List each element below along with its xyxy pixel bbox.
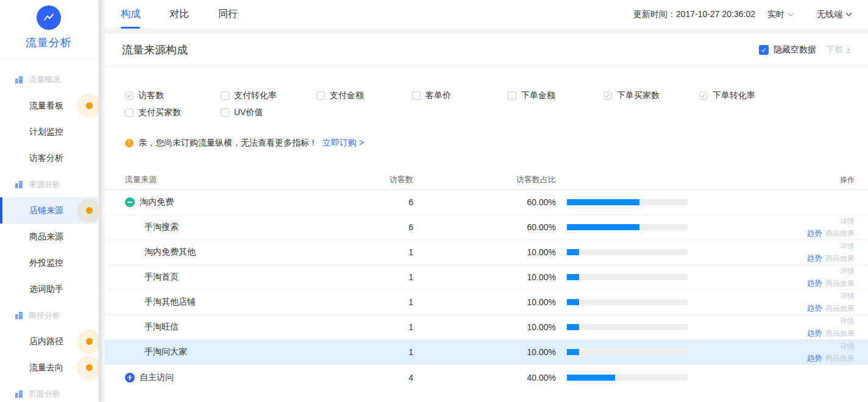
percent-bar [567,375,688,381]
content-panel: 流量来源构成 ✓ 隐藏空数据 下载 ✓访客数 ✓支付转化率 ✓支付金额 ✓客单价… [105,34,868,402]
sidebar-section-label: 流量概况 [29,74,60,85]
notification-badge [77,330,101,354]
checkbox[interactable]: ✓ [125,108,133,117]
visitors-cell: 1 [308,297,413,307]
checkbox[interactable]: ✓ [316,91,325,100]
checkbox[interactable]: ✓ [221,108,229,117]
sidebar-item-label: 选词助手 [29,284,63,295]
detail-link-disabled: 详情 [840,217,855,225]
metric-label: 支付金额 [330,90,364,101]
bar-track [567,274,688,280]
orange-dot-icon [86,338,93,345]
hide-empty-checkbox[interactable]: ✓ [759,45,769,55]
orange-dot-icon [86,207,93,214]
actions-cell: 详情趋势商品效果 [688,340,855,364]
update-time: 更新时间：2017-10-27 20:36:02 [633,9,755,20]
sidebar-item-shop-source[interactable]: 店铺来源 [0,197,98,224]
metric-uv-value: ✓UV价值 [221,107,316,118]
trend-link[interactable]: 趋势 [807,329,822,337]
metric-selector: ✓访客数 ✓支付转化率 ✓支付金额 ✓客单价 ✓下单金额 ✓下单买家数 ✓下单转… [105,67,868,118]
trend-link[interactable]: 趋势 [807,354,822,362]
bar-track [567,375,688,381]
percent-bar [567,349,688,355]
download-icon [845,46,852,54]
table-row: 淘内免费 6 60.00% [105,190,868,215]
notification-badge [77,94,101,118]
sidebar-item-external-monitor[interactable]: 外投监控 [0,250,98,276]
download-label: 下载 [826,44,843,55]
percent-cell: 10.00% [413,272,556,282]
page-title: 流量来源构成 [122,43,188,57]
notification-badge [77,199,101,223]
product-effect-link-disabled: 商品效果 [825,354,855,362]
hide-empty-label: 隐藏空数据 [774,44,816,55]
metric-row-1: ✓访客数 ✓支付转化率 ✓支付金额 ✓客单价 ✓下单金额 ✓下单买家数 ✓下单转… [125,90,868,101]
sidebar-section-traffic-overview: 流量概况 [0,66,98,93]
sidebar-menu: 流量概况 流量看板 计划监控 访客分析 来源分析 店铺来源 商品来源 外投监控 … [0,59,98,402]
trend-link[interactable]: 趋势 [807,304,822,312]
actions-cell: 详情趋势商品效果 [688,315,855,339]
table-row: 手淘首页 1 10.00% 详情趋势商品效果 [105,265,868,290]
detail-link-disabled: 详情 [840,317,855,325]
table-row: 手淘搜索 6 60.00% 详情趋势商品效果 [105,215,868,240]
metric-order-buyers: ✓下单买家数 [603,90,699,101]
warning-icon: ! [125,139,133,147]
bar-fill [567,249,579,255]
sidebar-item-label: 商品来源 [29,231,63,242]
percent-bar [567,224,688,230]
sidebar-item-plan-monitor[interactable]: 计划监控 [0,119,98,145]
sidebar-item-instore-path[interactable]: 店内路径 [0,328,98,354]
sidebar-scrollbar[interactable] [99,0,102,402]
percent-bar [567,299,688,305]
building-icon [15,76,23,84]
source-cell: 手淘搜索 [125,222,308,233]
percent-bar [567,199,688,205]
device-dropdown[interactable]: 无线端 [817,9,852,20]
notification-badge [77,356,101,380]
detail-link-disabled: 详情 [840,342,855,350]
checkbox[interactable]: ✓ [412,91,421,100]
source-name: 淘内免费 [140,197,174,208]
table-row-highlighted: 手淘问大家 1 10.00% 详情趋势商品效果 [105,340,868,365]
actions-cell: 详情趋势商品效果 [688,240,855,264]
product-effect-link-disabled: 商品效果 [825,304,855,312]
traffic-source-table: 流量来源 访客数 访客数占比 操作 淘内免费 6 60.00% 手淘搜索 6 6… [105,169,868,390]
sidebar-item-traffic-board[interactable]: 流量看板 [0,93,98,119]
sidebar-item-visitor-analysis[interactable]: 访客分析 [0,145,98,171]
expand-icon[interactable] [125,373,135,383]
bar-fill [567,349,579,355]
sidebar-section-source-analysis: 来源分析 [0,171,98,197]
metric-label: 支付转化率 [234,90,277,101]
bar-track [567,199,688,205]
visitors-cell: 6 [308,197,413,207]
source-cell: 手淘首页 [125,272,308,283]
metric-label: 客单价 [425,90,451,101]
bar-fill [567,324,579,330]
tab-peers[interactable]: 同行 [218,0,238,29]
percent-bar [567,324,688,330]
subscribe-link[interactable]: 立即订购 > [322,138,364,149]
building-icon [15,390,23,398]
subscription-notice: ! 亲，您尚未订购流量纵横，无法查看更多指标！ 立即订购 > [125,138,868,149]
metric-row-2: ✓支付买家数 ✓UV价值 [125,107,868,118]
trend-link[interactable]: 趋势 [807,279,822,287]
checkbox[interactable]: ✓ [508,91,516,100]
checkbox[interactable]: ✓ [221,91,229,100]
tab-compare[interactable]: 对比 [169,0,189,29]
sidebar-item-keyword-helper[interactable]: 选词助手 [0,276,98,302]
download-button[interactable]: 下载 [826,44,852,55]
trend-link[interactable]: 趋势 [807,254,822,263]
collapse-icon[interactable] [125,197,135,207]
realtime-dropdown[interactable]: 实时 [767,9,794,20]
sidebar-item-product-source[interactable]: 商品来源 [0,224,98,250]
visitors-cell: 1 [308,322,413,332]
bar-track [567,224,688,230]
tab-composition[interactable]: 构成 [121,0,140,29]
sidebar-item-traffic-destination[interactable]: 流量去向 [0,354,98,381]
trend-link[interactable]: 趋势 [807,229,822,238]
detail-link-disabled: 详情 [840,242,855,250]
sidebar-item-label: 流量看板 [29,100,63,111]
metric-label: 访客数 [138,90,164,101]
source-name: 手淘其他店铺 [144,297,196,308]
checkbox-checked-disabled: ✓ [603,91,612,100]
